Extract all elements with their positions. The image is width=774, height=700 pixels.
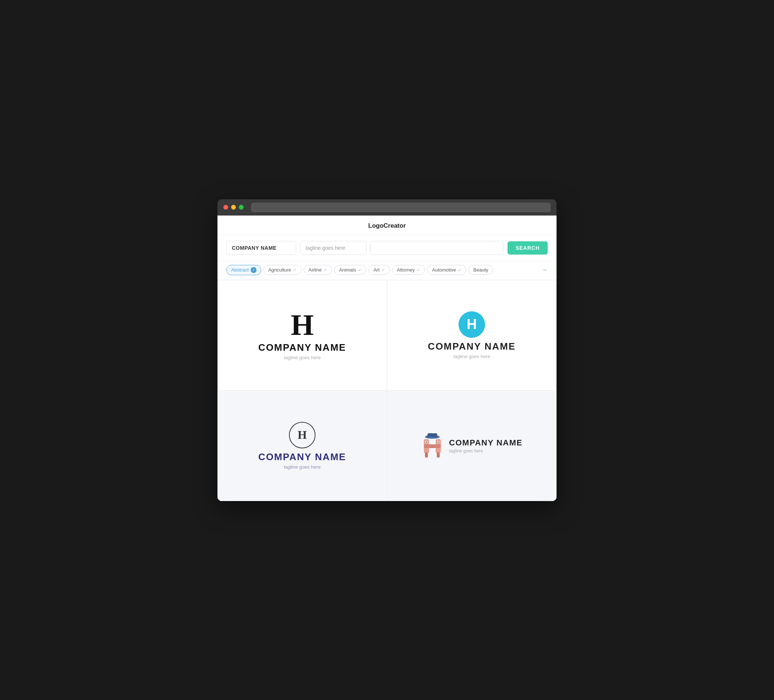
logo1-company-name: COMPANY NAME — [258, 342, 346, 353]
filter-check-airline: ✓ — [324, 267, 327, 272]
filter-label-automotive: Automotive — [432, 267, 456, 272]
app-header: LogoCreator — [217, 216, 557, 235]
filter-label-art: Art — [373, 267, 380, 272]
filter-label-airline: Airline — [309, 267, 322, 272]
filter-chip-art[interactable]: Art ✓ — [369, 265, 390, 275]
logo4-tagline: tagline goes here — [449, 448, 522, 454]
filter-check-art: ✓ — [382, 267, 385, 272]
filter-chip-airline[interactable]: Airline ✓ — [304, 265, 332, 275]
url-bar[interactable] — [251, 203, 551, 212]
logo4-text-block: COMPANY NAME tagline goes here — [449, 438, 522, 454]
filter-chip-beauty[interactable]: Beauty — [468, 265, 493, 275]
search-bar: SEARCH — [217, 235, 557, 261]
company-name-input[interactable] — [226, 241, 296, 255]
logo2-tagline: tagline goes here — [453, 354, 490, 359]
logo4-inline: COMPANY NAME tagline goes here — [421, 433, 522, 459]
filter-check-abstract: ✓ — [251, 267, 256, 273]
filter-label-agriculture: Agriculture — [268, 267, 291, 272]
filter-check-attorney: ✓ — [417, 267, 420, 272]
svg-point-9 — [438, 441, 439, 442]
filter-label-attorney: Attorney — [397, 267, 415, 272]
svg-rect-5 — [424, 444, 441, 448]
filter-label-abstract: Abstract — [231, 267, 249, 272]
logo-card-3[interactable]: H COMPANY NAME tagline goes here — [217, 391, 387, 501]
filter-chip-attorney[interactable]: Attorney ✓ — [392, 265, 425, 275]
filter-chip-automotive[interactable]: Automotive ✓ — [427, 265, 466, 275]
logo-grid: H COMPANY NAME tagline goes here H COMPA… — [217, 280, 557, 501]
filter-chip-abstract[interactable]: Abstract ✓ — [226, 265, 261, 275]
tagline-input[interactable] — [300, 241, 366, 255]
filter-bar: Abstract ✓ Agriculture ✓ Airline ✓ Anima… — [217, 261, 557, 280]
logo1-tagline: tagline goes here — [284, 355, 321, 360]
filter-chip-animals[interactable]: Animals ✓ — [334, 265, 366, 275]
svg-point-7 — [426, 441, 427, 442]
filter-check-agriculture: ✓ — [293, 267, 297, 272]
logo2-circle: H — [458, 311, 485, 338]
logo2-letter: H — [466, 317, 476, 332]
svg-rect-11 — [437, 452, 440, 457]
logo3-circle: H — [289, 422, 316, 448]
browser-titlebar — [217, 199, 557, 216]
close-traffic-light[interactable] — [223, 205, 228, 210]
keyword-input[interactable] — [370, 241, 504, 255]
logo1-letter: H — [291, 310, 314, 340]
cartoon-h-icon — [421, 433, 444, 459]
logo2-company-name: COMPANY NAME — [428, 341, 516, 352]
logo4-company-name: COMPANY NAME — [449, 438, 522, 447]
logo3-letter: H — [298, 428, 307, 442]
filter-check-automotive: ✓ — [458, 267, 461, 272]
logo3-tagline: tagline goes here — [284, 464, 321, 470]
minimize-traffic-light[interactable] — [231, 205, 236, 210]
filter-check-animals: ✓ — [358, 267, 362, 272]
app-title: LogoCreator — [368, 222, 406, 229]
maximize-traffic-light[interactable] — [239, 205, 244, 210]
logo-card-1[interactable]: H COMPANY NAME tagline goes here — [217, 280, 387, 391]
browser-window: LogoCreator SEARCH Abstract ✓ Agricultur… — [217, 199, 557, 501]
svg-rect-2 — [428, 433, 437, 437]
logo-card-2[interactable]: H COMPANY NAME tagline goes here — [387, 280, 557, 391]
filter-label-animals: Animals — [339, 267, 356, 272]
logo3-company-name: COMPANY NAME — [258, 451, 346, 463]
filter-chip-agriculture[interactable]: Agriculture ✓ — [263, 265, 301, 275]
filter-next-arrow[interactable]: → — [541, 266, 548, 274]
svg-rect-10 — [425, 452, 428, 457]
search-button[interactable]: SEARCH — [508, 241, 548, 254]
filter-label-beauty: Beauty — [473, 267, 488, 272]
logo-card-4[interactable]: COMPANY NAME tagline goes here — [387, 391, 557, 501]
browser-content: LogoCreator SEARCH Abstract ✓ Agricultur… — [217, 216, 557, 501]
